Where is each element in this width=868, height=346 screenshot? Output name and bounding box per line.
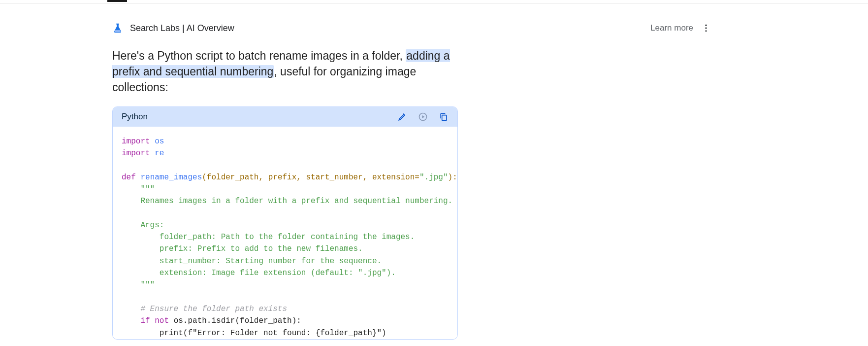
code-mod: os	[155, 137, 164, 146]
intro-before: Here's a Python script to batch rename i…	[112, 49, 406, 62]
code-docstring: extension: Image file extension (default…	[122, 269, 396, 277]
code-actions	[397, 112, 449, 122]
header-right: Learn more	[650, 23, 711, 33]
code-body: import os import re def rename_images(fo…	[113, 127, 457, 339]
code-mod: re	[155, 149, 164, 158]
code-kw: def	[122, 173, 136, 182]
ai-overview-title: Search Labs | AI Overview	[130, 23, 234, 34]
svg-point-1	[705, 27, 707, 29]
code-kw: not	[155, 316, 169, 325]
code-docstring: prefix: Prefix to add to the new filenam…	[122, 244, 363, 253]
code-str: ".jpg"	[419, 173, 448, 182]
intro-text: Here's a Python script to batch rename i…	[112, 48, 467, 96]
code-header: Python	[113, 107, 457, 127]
ai-overview-container: Search Labs | AI Overview Learn more Her…	[112, 3, 711, 340]
flask-icon	[112, 22, 123, 34]
code-text: print(f"Error: Folder not found: {folder…	[122, 329, 386, 338]
header-left: Search Labs | AI Overview	[112, 22, 234, 34]
svg-rect-4	[442, 115, 447, 120]
code-kw: import	[122, 149, 150, 158]
code-params-end: ):	[448, 173, 457, 182]
code-kw: import	[122, 137, 150, 146]
code-card: Python import os import re def rename_im…	[112, 106, 458, 340]
svg-point-0	[705, 25, 707, 26]
code-text: os.path.isdir(folder_path):	[169, 316, 301, 325]
learn-more-link[interactable]: Learn more	[650, 23, 693, 33]
code-language-label: Python	[122, 112, 148, 122]
copy-icon[interactable]	[439, 112, 449, 122]
code-docstring: """	[122, 185, 155, 194]
run-icon[interactable]	[418, 112, 428, 122]
code-docstring: Args:	[122, 221, 164, 230]
code-docstring: start_number: Starting number for the se…	[122, 257, 382, 266]
svg-point-2	[705, 30, 707, 32]
code-docstring: """	[122, 280, 155, 289]
code-params: (folder_path, prefix, start_number, exte…	[202, 173, 419, 182]
ai-overview-header: Search Labs | AI Overview Learn more	[112, 22, 711, 34]
code-docstring: folder_path: Path to the folder containi…	[122, 233, 415, 242]
code-kw: if	[140, 316, 150, 325]
code-fn: rename_images	[140, 173, 202, 182]
code-comment: # Ensure the folder path exists	[122, 305, 287, 313]
active-tab-indicator	[107, 0, 127, 2]
more-options-icon[interactable]	[701, 23, 711, 33]
code-docstring: Renames images in a folder with a prefix…	[122, 197, 452, 206]
edit-icon[interactable]	[397, 112, 407, 122]
